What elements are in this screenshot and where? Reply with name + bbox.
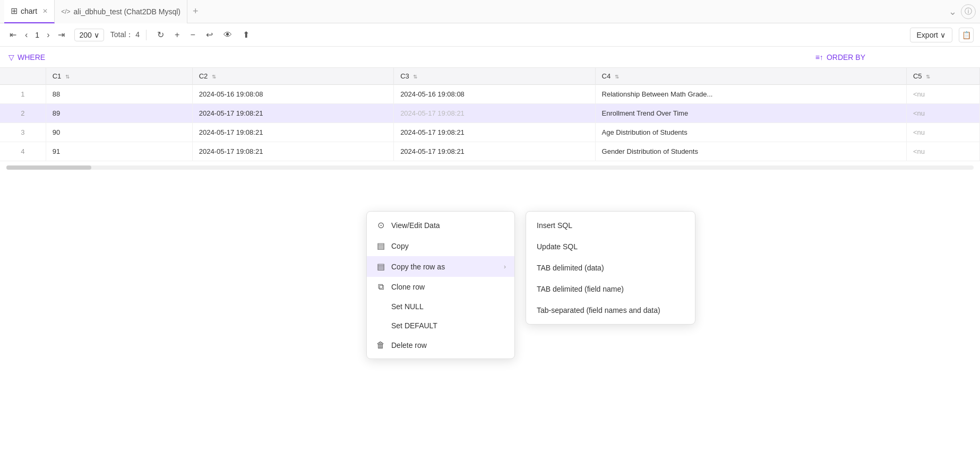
context-delete-label: Delete row — [391, 341, 427, 349]
order-by-button[interactable]: ≡↑ ORDER BY — [815, 53, 865, 62]
row-2-c1: 89 — [46, 104, 192, 123]
table-header-row: C1 ⇅ C2 ⇅ C3 ⇅ C4 ⇅ C5 ⇅ — [0, 68, 980, 85]
table-row[interactable]: 1 88 2024-05-16 19:08:08 2024-05-16 19:0… — [0, 85, 980, 104]
context-copy-label: Copy — [391, 242, 409, 250]
clipboard-button[interactable]: 📋 — [959, 28, 974, 42]
upload-button[interactable]: ⬆ — [238, 28, 254, 42]
col-header-c2[interactable]: C2 ⇅ — [192, 68, 393, 85]
submenu: Insert SQL Update SQL TAB delimited (dat… — [526, 211, 695, 325]
context-set-default[interactable]: Set DEFAULT — [367, 316, 514, 335]
tab-chart-label: chart — [21, 7, 37, 15]
chart-icon: ⊞ — [11, 6, 18, 16]
context-delete-row[interactable]: 🗑 Delete row — [367, 335, 514, 355]
tab-chart[interactable]: ⊞ chart ✕ — [4, 0, 55, 23]
pagination-nav: ⇤ ‹ 1 › ⇥ — [6, 28, 68, 42]
refresh-button[interactable]: ↻ — [153, 28, 168, 42]
row-2-c3: 2024-05-17 19:08:21 — [394, 104, 595, 123]
context-menu: ⊙ View/Edit Data ▤ Copy ▤ Copy the row a… — [366, 211, 515, 359]
table-container: C1 ⇅ C2 ⇅ C3 ⇅ C4 ⇅ C5 ⇅ — [0, 68, 980, 472]
tab-data-label: TAB delimited (data) — [537, 264, 604, 272]
row-1-c3: 2024-05-16 19:08:08 — [394, 85, 595, 104]
per-page-value: 200 — [79, 31, 91, 39]
total-value: 4 — [135, 30, 140, 39]
view-button[interactable]: 👁 — [219, 28, 236, 42]
where-icon: ▽ — [8, 53, 14, 62]
tab-info-button[interactable]: ⓘ — [961, 4, 976, 19]
per-page-selector[interactable]: 200 ∨ — [74, 29, 104, 41]
undo-button[interactable]: ↩ — [202, 28, 217, 42]
order-icon: ≡↑ — [815, 53, 823, 62]
row-2-c5: <nu — [906, 104, 979, 123]
toolbar-divider — [146, 30, 147, 40]
col-header-c5[interactable]: C5 ⇅ — [906, 68, 979, 85]
copy-row-chevron: › — [504, 263, 506, 270]
submenu-tab-field[interactable]: TAB delimited (field name) — [526, 278, 695, 300]
nav-prev-button[interactable]: ‹ — [22, 28, 31, 42]
row-4-c4: Gender Distribution of Students — [595, 142, 906, 161]
col-header-rownum — [0, 68, 46, 85]
query-icon: </> — [61, 8, 70, 15]
col-header-c4[interactable]: C4 ⇅ — [595, 68, 906, 85]
data-table: C1 ⇅ C2 ⇅ C3 ⇅ C4 ⇅ C5 ⇅ — [0, 68, 980, 161]
tab-chart-close[interactable]: ✕ — [42, 7, 48, 15]
copy-row-icon: ▤ — [375, 261, 386, 272]
row-4-c2: 2024-05-17 19:08:21 — [192, 142, 393, 161]
context-view-edit-label: View/Edit Data — [391, 221, 440, 230]
export-label: Export — [917, 31, 938, 39]
context-set-null[interactable]: Set NULL — [367, 297, 514, 316]
row-4-c3: 2024-05-17 19:08:21 — [394, 142, 595, 161]
table-row[interactable]: 4 91 2024-05-17 19:08:21 2024-05-17 19:0… — [0, 142, 980, 161]
export-button[interactable]: Export ∨ — [910, 28, 952, 42]
submenu-update-sql[interactable]: Update SQL — [526, 236, 695, 257]
context-clone-label: Clone row — [391, 283, 425, 291]
tab-query[interactable]: </> ali_dbhub_test (Chat2DB Mysql) — [55, 0, 187, 23]
row-3-c5: <nu — [906, 123, 979, 142]
context-set-default-label: Set DEFAULT — [391, 321, 437, 330]
delete-icon: 🗑 — [375, 340, 386, 350]
c3-sort-icon: ⇅ — [413, 74, 417, 80]
where-label: WHERE — [18, 53, 45, 62]
nav-last-button[interactable]: ⇥ — [55, 28, 68, 42]
c4-sort-icon: ⇅ — [615, 74, 619, 80]
row-3-c2: 2024-05-17 19:08:21 — [192, 123, 393, 142]
current-page: 1 — [33, 31, 41, 39]
row-3-c1: 90 — [46, 123, 192, 142]
where-button[interactable]: ▽ WHERE — [8, 53, 45, 62]
nav-first-button[interactable]: ⇤ — [6, 28, 20, 42]
insert-sql-label: Insert SQL — [537, 221, 572, 230]
context-clone-row[interactable]: ⧉ Clone row — [367, 277, 514, 297]
delete-row-button[interactable]: − — [186, 28, 199, 42]
tab-both-label: Tab-separated (field names and data) — [537, 306, 660, 314]
row-1-c1: 88 — [46, 85, 192, 104]
c1-sort-icon: ⇅ — [65, 74, 70, 80]
submenu-insert-sql[interactable]: Insert SQL — [526, 215, 695, 236]
tab-bar: ⊞ chart ✕ </> ali_dbhub_test (Chat2DB My… — [0, 0, 980, 23]
context-view-edit[interactable]: ⊙ View/Edit Data — [367, 215, 514, 235]
nav-next-button[interactable]: › — [44, 28, 53, 42]
col-header-c3[interactable]: C3 ⇅ — [394, 68, 595, 85]
clone-icon: ⧉ — [375, 282, 386, 292]
row-2-c2: 2024-05-17 19:08:21 — [192, 104, 393, 123]
submenu-tab-data[interactable]: TAB delimited (data) — [526, 257, 695, 278]
add-row-button[interactable]: + — [170, 28, 184, 42]
context-copy-row-as[interactable]: ▤ Copy the row as › — [367, 256, 514, 277]
context-set-null-label: Set NULL — [391, 302, 424, 311]
tab-query-label: ali_dbhub_test (Chat2DB Mysql) — [73, 7, 180, 16]
export-arrow: ∨ — [940, 31, 945, 39]
horizontal-scrollbar[interactable] — [0, 161, 980, 174]
row-1-c5: <nu — [906, 85, 979, 104]
table-row[interactable]: 3 90 2024-05-17 19:08:21 2024-05-17 19:0… — [0, 123, 980, 142]
context-copy[interactable]: ▤ Copy — [367, 235, 514, 256]
table-row[interactable]: 2 89 2024-05-17 19:08:21 2024-05-17 19:0… — [0, 104, 980, 123]
col-header-c1[interactable]: C1 ⇅ — [46, 68, 192, 85]
tab-add-button[interactable]: + — [187, 6, 204, 17]
total-label: Total： 4 — [110, 30, 140, 40]
toolbar-actions: ↻ + − ↩ 👁 ⬆ — [153, 28, 254, 42]
per-page-arrow: ∨ — [94, 31, 99, 39]
update-sql-label: Update SQL — [537, 242, 578, 251]
tab-right-controls: ⌄ ⓘ — [949, 4, 976, 19]
row-4-num: 4 — [0, 142, 46, 161]
submenu-tab-both[interactable]: Tab-separated (field names and data) — [526, 300, 695, 321]
c2-sort-icon: ⇅ — [212, 74, 216, 80]
tab-dropdown-button[interactable]: ⌄ — [949, 6, 957, 18]
